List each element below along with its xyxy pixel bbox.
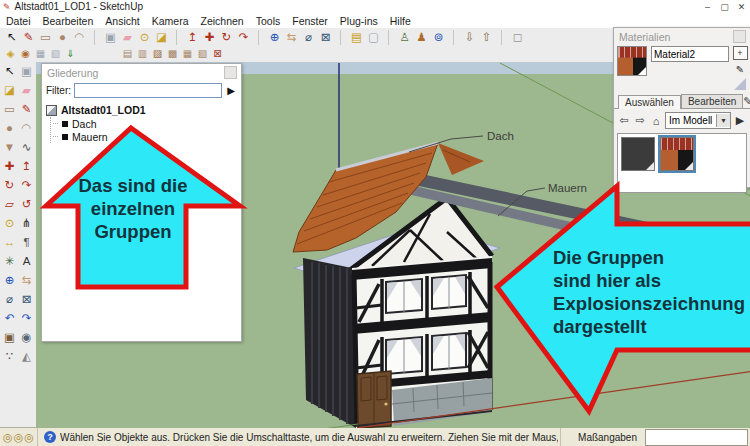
close-icon[interactable]	[224, 66, 237, 79]
outliner-title: Gliederung	[47, 67, 98, 79]
back-icon[interactable]: ⇦	[617, 114, 631, 127]
tree-children: DachMauern	[50, 117, 241, 143]
tree-root[interactable]: Altstadt01_LOD1	[46, 104, 241, 116]
collection-dropdown[interactable]: Im Modell ▼	[665, 112, 731, 129]
outliner-panel: Gliederung Filter: ▶ Altstadt01_LOD1 Dac…	[41, 63, 242, 342]
preview-corner-icon	[734, 78, 746, 90]
svg-text:Dach: Dach	[487, 130, 514, 142]
filter-input[interactable]	[74, 83, 222, 98]
eyedropper-icon[interactable]: ✎	[743, 95, 750, 108]
home-icon[interactable]: ⌂	[649, 115, 663, 127]
forward-icon[interactable]: ⇨	[633, 114, 647, 127]
details-arrow-icon[interactable]: ▶	[733, 114, 747, 127]
tab-bearbeiten[interactable]: Bearbeiten	[681, 94, 743, 108]
material-preview	[617, 46, 647, 76]
chevron-down-icon[interactable]: ▼	[716, 114, 730, 127]
group-icon	[62, 134, 68, 140]
tree-item-dach[interactable]: Dach	[51, 117, 241, 130]
material-swatch-dark[interactable]	[621, 137, 655, 171]
sample-paint-icon[interactable]: ✎	[734, 63, 747, 75]
material-list	[617, 133, 747, 193]
outliner-tree: Altstadt01_LOD1 DachMauern	[42, 101, 241, 143]
create-material-icon[interactable]: +	[733, 46, 748, 60]
materials-title: Materialien	[619, 31, 670, 43]
house-side-wall[interactable]	[303, 258, 356, 428]
tab-auswaehlen[interactable]: Auswählen	[618, 95, 681, 109]
tree-item-mauern[interactable]: Mauern	[51, 130, 241, 143]
component-icon	[46, 105, 57, 116]
group-icon	[62, 121, 68, 127]
house-door[interactable]	[357, 371, 391, 428]
close-icon[interactable]	[733, 30, 746, 43]
material-swatch-fachwerk[interactable]	[660, 137, 694, 171]
filter-go-icon[interactable]: ▶	[225, 85, 237, 96]
svg-text:Mauern: Mauern	[548, 182, 587, 194]
material-name-input[interactable]	[651, 46, 729, 62]
materials-panel: Materialien + ✎ Auswählen Bearbeiten ✎ ⇦…	[613, 27, 750, 188]
filter-label: Filter:	[46, 85, 71, 96]
